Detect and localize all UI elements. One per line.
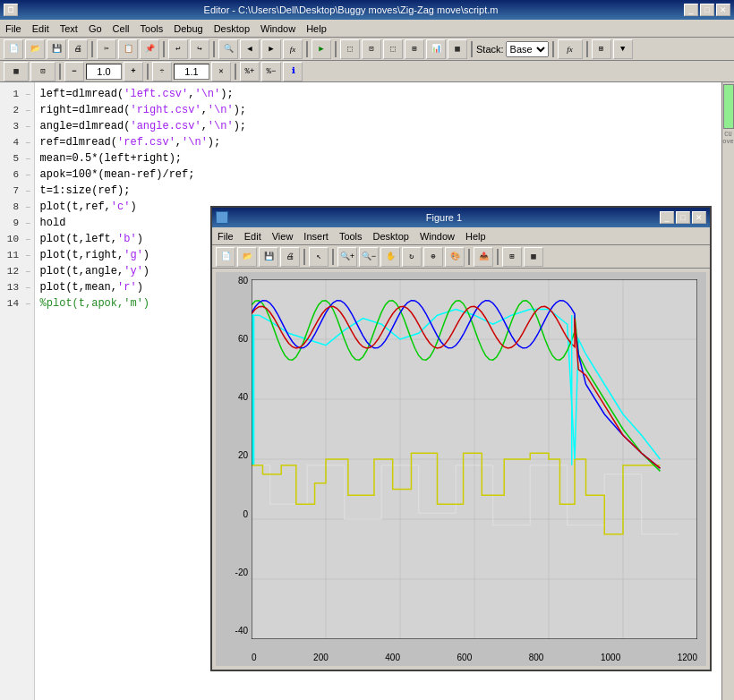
code-line-4: ref=dlmread('ref.csv','\n'); — [40, 134, 716, 150]
tb5[interactable]: 📊 — [426, 39, 446, 59]
div-btn[interactable]: ÷ — [152, 62, 172, 81]
fig-color-btn[interactable]: 🎨 — [445, 247, 465, 267]
menu-desktop[interactable]: Desktop — [209, 21, 255, 36]
sep4 — [306, 41, 308, 57]
new-btn[interactable]: 📄 — [4, 39, 23, 59]
linenum-8: 8 — [0, 201, 22, 212]
minus-btn[interactable]: − — [64, 62, 84, 81]
x-label-1000: 1000 — [601, 653, 620, 662]
fig-rotate-btn[interactable]: ↻ — [402, 247, 422, 267]
find-btn[interactable]: 🔍 — [218, 39, 238, 59]
redo-btn[interactable]: ↪ — [190, 39, 209, 59]
menu-edit[interactable]: Edit — [27, 21, 55, 36]
sep8 — [586, 41, 588, 57]
linenum-5: 5 — [0, 153, 22, 164]
linenum-1: 1 — [0, 89, 22, 99]
paste-btn[interactable]: 📌 — [140, 39, 159, 59]
linenum-4: 4 — [0, 137, 22, 148]
fig-layout2-btn[interactable]: ▦ — [524, 247, 543, 267]
code-line-2: right=dlmread('right.csv','\n'); — [40, 102, 716, 118]
fig-open-btn[interactable]: 📂 — [237, 247, 257, 267]
fig-minimize-btn[interactable]: _ — [660, 211, 674, 224]
y-label-20: 20 — [238, 450, 248, 460]
tb3[interactable]: ⬚ — [383, 39, 403, 59]
fig-zoom-in-btn[interactable]: 🔍+ — [337, 247, 357, 267]
fig-cursor-btn[interactable]: ↖ — [309, 247, 329, 267]
fig-menu-view[interactable]: View — [267, 229, 299, 243]
fig-new-btn[interactable]: 📄 — [216, 247, 235, 267]
zoom-input1[interactable]: 1.0 — [86, 64, 122, 80]
fig-print-btn[interactable]: 🖨 — [280, 247, 300, 267]
linenum-12: 12 — [0, 266, 22, 277]
menu-file[interactable]: File — [0, 21, 27, 36]
maximize-btn[interactable]: □ — [700, 4, 714, 16]
tb6[interactable]: ▦ — [448, 39, 467, 59]
cell-btn1[interactable]: ▦ — [4, 62, 29, 81]
close-x-btn[interactable]: ✕ — [211, 62, 231, 81]
pct-btn1[interactable]: %+ — [240, 62, 260, 81]
sep5 — [335, 41, 337, 57]
fig-close-btn[interactable]: ✕ — [692, 211, 706, 224]
fig-menu-insert[interactable]: Insert — [298, 229, 334, 243]
print-btn[interactable]: 🖨 — [68, 39, 88, 59]
stack-select[interactable]: Base — [506, 41, 549, 57]
zoom-input2[interactable]: 1.1 — [174, 64, 209, 80]
tb2[interactable]: ⊡ — [362, 39, 381, 59]
fig-menu-file[interactable]: File — [212, 229, 239, 243]
plus-btn[interactable]: + — [124, 62, 143, 81]
tb4[interactable]: ⊞ — [405, 39, 424, 59]
menu-cell[interactable]: Cell — [107, 21, 135, 36]
scroll-indicator[interactable] — [723, 84, 734, 129]
save-btn[interactable]: 💾 — [47, 39, 66, 59]
figsep1 — [303, 249, 305, 265]
fig-pan-btn[interactable]: ✋ — [380, 247, 400, 267]
y-label-0: 0 — [243, 509, 248, 519]
menu-text[interactable]: Text — [55, 21, 83, 36]
copy-btn[interactable]: 📋 — [118, 39, 138, 59]
fig-save-btn[interactable]: 💾 — [259, 247, 278, 267]
run-btn[interactable]: ▶ — [312, 39, 331, 59]
fig-maximize-btn[interactable]: □ — [676, 211, 690, 224]
menu-tools[interactable]: Tools — [135, 21, 169, 36]
undo-btn[interactable]: ↩ — [168, 39, 188, 59]
line-numbers: 1– 2– 3– 4– 5– 6– 7– 8– 9– 10– 11– 12– 1… — [0, 82, 35, 700]
linenum-2: 2 — [0, 105, 22, 115]
layout2-btn[interactable]: ▼ — [613, 39, 633, 59]
sep2 — [163, 41, 165, 57]
fig-menu-tools[interactable]: Tools — [334, 229, 368, 243]
fig-zoom-out-btn[interactable]: 🔍− — [359, 247, 379, 267]
figure-toolbar: 📄 📂 💾 🖨 ↖ 🔍+ 🔍− ✋ ↻ ⊕ 🎨 📤 ⊞ ▦ — [212, 245, 710, 269]
fig-menu-desktop[interactable]: Desktop — [368, 229, 414, 243]
info-btn[interactable]: ℹ — [283, 62, 303, 81]
linenum-10: 10 — [0, 234, 22, 244]
fig-menu-edit[interactable]: Edit — [239, 229, 267, 243]
title-bar-menu-btn[interactable]: 🗒 — [4, 4, 18, 16]
fig-export-btn[interactable]: 📤 — [474, 247, 493, 267]
menu-debug[interactable]: Debug — [168, 21, 208, 36]
back-btn[interactable]: ◀ — [240, 39, 260, 59]
fx-btn[interactable]: fx — [283, 39, 303, 59]
menu-go[interactable]: Go — [83, 21, 107, 36]
fig-menu-help[interactable]: Help — [460, 229, 491, 243]
figure-icon — [216, 211, 228, 224]
menu-help[interactable]: Help — [301, 21, 332, 36]
y-label-n40: -40 — [235, 626, 248, 636]
plot-canvas-container — [252, 279, 697, 639]
close-btn[interactable]: ✕ — [716, 4, 730, 16]
code-line-3: angle=dlmread('angle.csv','\n'); — [40, 118, 716, 134]
linenum-13: 13 — [0, 282, 22, 293]
cell-btn2[interactable]: ⊡ — [30, 62, 55, 81]
tb1[interactable]: ⬚ — [340, 39, 360, 59]
minimize-btn[interactable]: _ — [684, 4, 698, 16]
fig-menu-window[interactable]: Window — [414, 229, 460, 243]
fig-datacursor-btn[interactable]: ⊕ — [423, 247, 443, 267]
fwd-btn[interactable]: ▶ — [261, 39, 281, 59]
pct-btn2[interactable]: %− — [261, 62, 281, 81]
layout-btn[interactable]: ⊞ — [592, 39, 611, 59]
open-btn[interactable]: 📂 — [25, 39, 45, 59]
linenum-7: 7 — [0, 185, 22, 196]
fig-layout-btn[interactable]: ⊞ — [502, 247, 522, 267]
cut-btn[interactable]: ✂ — [97, 39, 116, 59]
fx2-btn[interactable]: fx — [558, 39, 583, 59]
menu-window[interactable]: Window — [255, 21, 301, 36]
